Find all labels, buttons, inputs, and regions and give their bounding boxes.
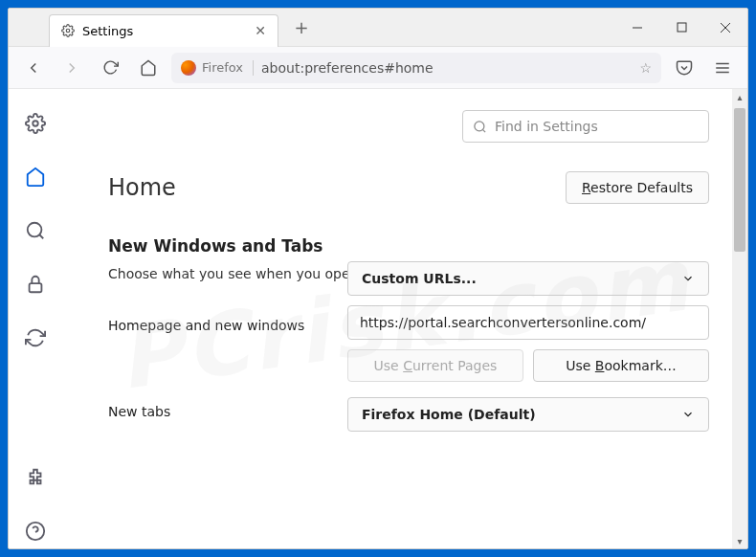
sidebar-item-search[interactable] [18, 213, 53, 248]
newtabs-select[interactable]: Firefox Home (Default) [347, 397, 709, 432]
tab-close-icon[interactable]: ✕ [255, 23, 266, 38]
svg-line-15 [482, 129, 485, 132]
svg-point-9 [28, 223, 42, 237]
titlebar: Settings ✕ + [9, 9, 747, 47]
browser-window: Settings ✕ + Firefox about:preferences#h… [8, 8, 748, 549]
sidebar-item-extensions[interactable] [18, 460, 53, 495]
svg-point-0 [66, 29, 70, 33]
settings-sidebar [9, 89, 62, 548]
close-button[interactable] [703, 9, 747, 47]
identity-box[interactable]: Firefox [181, 60, 254, 76]
content-area: PCrisk.com Find in Settings Home Restore… [9, 89, 747, 548]
newtabs-select-value: Firefox Home (Default) [362, 407, 536, 422]
forward-button[interactable] [56, 53, 87, 83]
firefox-icon [181, 60, 196, 76]
svg-rect-11 [30, 283, 42, 292]
homepage-select-value: Custom URLs... [362, 271, 477, 286]
identity-label: Firefox [202, 60, 243, 75]
svg-point-8 [33, 121, 38, 126]
scroll-down-icon[interactable]: ▾ [732, 533, 747, 548]
newtabs-row: New tabs Firefox Home (Default) [108, 397, 709, 432]
settings-main: PCrisk.com Find in Settings Home Restore… [62, 89, 747, 548]
use-bookmark-button[interactable]: Use Bookmark… [533, 349, 709, 382]
toolbar: Firefox about:preferences#home ☆ [9, 47, 747, 89]
sidebar-item-general[interactable] [18, 106, 53, 141]
tab-title: Settings [82, 24, 133, 38]
homepage-select[interactable]: Custom URLs... [347, 261, 709, 296]
scroll-up-icon[interactable]: ▴ [732, 89, 747, 104]
newtabs-label: New tabs [108, 397, 328, 419]
svg-line-10 [39, 234, 43, 238]
search-row: Find in Settings [108, 110, 709, 143]
search-icon [473, 120, 487, 134]
home-button[interactable] [133, 53, 164, 83]
menu-button[interactable] [707, 53, 738, 83]
svg-point-14 [475, 121, 484, 130]
reload-button[interactable] [95, 53, 125, 83]
scrollbar[interactable]: ▴ ▾ [732, 89, 747, 548]
homepage-row: Homepage and new windows Custom URLs... … [108, 311, 709, 382]
svg-rect-2 [678, 23, 686, 32]
settings-search-input[interactable]: Find in Settings [462, 110, 709, 143]
url-bar[interactable]: Firefox about:preferences#home ☆ [171, 53, 661, 83]
title-row: Home Restore Defaults [108, 171, 709, 204]
url-text: about:preferences#home [261, 60, 434, 76]
sidebar-item-privacy[interactable] [18, 267, 53, 301]
scroll-thumb[interactable] [734, 108, 745, 252]
chevron-down-icon [681, 272, 695, 285]
homepage-url-input[interactable] [347, 305, 709, 340]
page-title: Home [108, 174, 176, 201]
use-current-pages-button[interactable]: Use Current Pages [347, 349, 523, 382]
sidebar-item-home[interactable] [18, 160, 53, 194]
minimize-button[interactable] [615, 9, 659, 47]
sidebar-item-help[interactable] [18, 514, 53, 548]
homepage-label: Homepage and new windows [108, 311, 328, 333]
chevron-down-icon [681, 408, 695, 421]
pocket-button[interactable] [669, 53, 700, 83]
new-tab-button[interactable]: + [288, 17, 315, 37]
restore-defaults-button[interactable]: Restore Defaults [566, 171, 709, 204]
back-button[interactable] [18, 53, 49, 83]
section-heading: New Windows and Tabs [108, 236, 709, 256]
maximize-button[interactable] [659, 9, 703, 47]
gear-icon [61, 24, 75, 37]
search-placeholder: Find in Settings [495, 119, 598, 134]
bookmark-star-icon[interactable]: ☆ [639, 60, 652, 76]
window-controls [615, 9, 747, 47]
tab-settings[interactable]: Settings ✕ [49, 14, 278, 47]
sidebar-item-sync[interactable] [18, 321, 53, 355]
